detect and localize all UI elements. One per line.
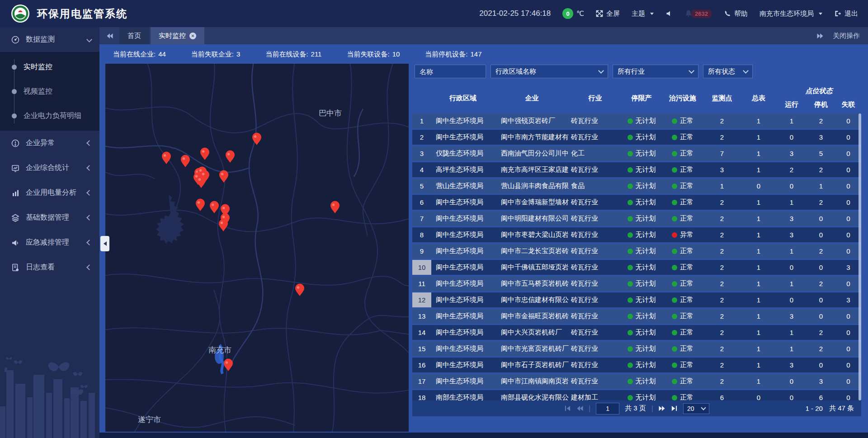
table-row[interactable]: 11 阆中生态环境局 阆中市五马桥页岩机砖 砖瓦行业 无计划 正常 2 1 1: [412, 276, 861, 291]
industry-filter-select[interactable]: 所有行业: [613, 65, 698, 78]
sidebar-item[interactable]: 企业用电量分析: [0, 180, 99, 205]
status-filter-select[interactable]: 所有状态: [703, 65, 753, 78]
row-index: 2: [412, 130, 431, 145]
status-dot: [672, 346, 677, 352]
temperature-unit: ℃: [576, 9, 584, 18]
cell-industry: 砖瓦行业: [569, 133, 621, 141]
sidebar-subitem[interactable]: 视频监控: [0, 79, 99, 104]
tab[interactable]: 首页 ×: [119, 27, 149, 44]
status-dot: [672, 167, 677, 173]
first-page-button[interactable]: [564, 405, 571, 412]
gauge-icon: [11, 35, 20, 44]
table-row[interactable]: 12 阆中生态环境局 阆中市忠信建材有限公 砖瓦行业 无计划 正常 2 1 0: [412, 292, 861, 307]
cell-production-status: 无计划: [621, 133, 662, 141]
tab[interactable]: 实时监控 ×: [151, 27, 204, 44]
status-dot: [672, 314, 677, 319]
cell-company: 阆中市石子页岩机砖厂: [495, 361, 569, 369]
cell-total-meters: 1: [741, 166, 777, 174]
table-header: 行政区域 企业 行业 停限产 治污设施 监测点 总表 运行 停机 失联 点位状态: [412, 83, 861, 113]
cell-running: 0: [777, 264, 807, 271]
table-row[interactable]: 8 阆中生态环境局 阆中市枣碧大梁山页岩 砖瓦行业 无计划 异常 2 1 3: [412, 227, 861, 242]
table-row[interactable]: 3 仪陇生态环境局 西南油气田分公司川中 化工 无计划 正常 7 1 3: [412, 146, 861, 161]
scroll-tabs-left-button[interactable]: [99, 27, 119, 44]
table-row[interactable]: 15 阆中生态环境局 阆中市光富页岩机砖厂 砖瓦行业 无计划 正常 2 1 1: [412, 341, 861, 356]
next-page-button[interactable]: [659, 405, 665, 412]
sidebar-item-data-monitoring[interactable]: 数据监测: [0, 27, 99, 52]
cell-stopped: 0: [807, 312, 835, 320]
cell-industry: 砖瓦行业: [569, 214, 621, 223]
table-row[interactable]: 14 阆中生态环境局 阆中大兴页岩机砖厂 砖瓦行业 无计划 正常 2 1 1: [412, 325, 861, 340]
cell-industry: 砖瓦行业: [569, 361, 621, 369]
sidebar-collapse-button[interactable]: [100, 236, 109, 251]
status-dot: [672, 151, 677, 156]
status-dot: [672, 118, 677, 124]
status-dot-green: [627, 184, 633, 189]
cell-region: 阆中生态环境局: [431, 377, 495, 386]
sidebar-item[interactable]: 企业综合统计: [0, 155, 99, 180]
table-row[interactable]: 6 阆中生态环境局 阆中市金博瑞新型墙材 砖瓦行业 无计划 正常 2 1 1: [412, 195, 861, 210]
cell-total-meters: 1: [741, 247, 777, 255]
name-filter-input[interactable]: [415, 65, 486, 78]
temperature-badge: 0: [562, 8, 573, 19]
status-dot-green: [627, 265, 633, 270]
table-row[interactable]: 18 南部生态环境局 南部县砚化水泥有限公 建材加工 无计划 正常 6 0 0: [412, 390, 861, 400]
table-row[interactable]: 7 阆中生态环境局 阆中明阳建材有限公司 砖瓦行业 无计划 正常 2 1 3: [412, 211, 861, 226]
cell-monitor-points: 2: [703, 231, 741, 239]
cell-production-status: 无计划: [621, 393, 662, 400]
cell-industry: 砖瓦行业: [569, 165, 621, 174]
sidebar-item[interactable]: 企业异常: [0, 131, 99, 155]
table-row[interactable]: 17 阆中生态环境局 阆中市江南镇阆南页岩 砖瓦行业 无计划 正常 2 1 0: [412, 374, 861, 389]
sidebar-item[interactable]: 应急减排管理: [0, 230, 99, 255]
table-scrollbar[interactable]: [859, 113, 861, 400]
cell-total-meters: 1: [741, 296, 777, 304]
table-row[interactable]: 9 阆中生态环境局 阆中市二龙长宝页岩砖 砖瓦行业 无计划 正常 2 1 1: [412, 244, 861, 259]
notifications-button[interactable]: 2632: [684, 9, 712, 18]
cell-region: 阆中生态环境局: [431, 263, 495, 272]
app-logo: [11, 4, 30, 23]
table-row[interactable]: 2 阆中生态环境局 阆中市南方节能建材有 砖瓦行业 无计划 正常 2 1 0: [412, 130, 861, 145]
theme-menu-button[interactable]: 主题: [632, 9, 654, 18]
status-dot: [672, 281, 677, 287]
table-row[interactable]: 13 阆中生态环境局 阆中市金福旺页岩机砖 砖瓦行业 无计划 正常 2 1 3: [412, 309, 861, 324]
cell-facility-status: 正常: [662, 247, 703, 255]
col-group-point-status: 点位状态: [777, 87, 861, 95]
tab-close-icon[interactable]: ×: [189, 33, 196, 39]
table-row[interactable]: 4 高坪生态环境局 南充市高坪区王家店建 砖瓦行业 无计划 正常 3 1 2: [412, 162, 861, 177]
page-size-select[interactable]: 20: [683, 403, 709, 414]
previous-page-button[interactable]: [576, 405, 583, 412]
status-dot: [672, 135, 677, 140]
sidebar-item[interactable]: 基础数据管理: [0, 205, 99, 230]
status-dot: [672, 297, 677, 303]
chevron-left-icon: [86, 264, 92, 270]
cell-total-meters: 1: [741, 264, 777, 271]
scroll-tabs-right-button[interactable]: [817, 33, 824, 39]
map-panel[interactable]: 巴中市南充市遂宁市: [105, 64, 409, 432]
help-button[interactable]: 帮助: [724, 9, 748, 18]
region-filter-select[interactable]: 行政区域名称: [491, 65, 608, 78]
org-menu-button[interactable]: 南充市生态环境局: [760, 9, 822, 18]
cell-company: 阆中市忠信建材有限公: [495, 296, 569, 304]
sidebar-subitem[interactable]: 企业电力负荷明细: [0, 104, 99, 128]
page-number-input[interactable]: [596, 403, 619, 414]
cell-industry: 砖瓦行业: [569, 231, 621, 239]
sidebar-subitem[interactable]: 实时监控: [0, 55, 99, 79]
table-row[interactable]: 10 阆中生态环境局 阆中千佛镇五郎垭页岩 砖瓦行业 无计划 正常 2 1 0: [412, 260, 861, 275]
cell-production-status: 无计划: [621, 344, 662, 353]
cell-facility-status: 正常: [662, 149, 703, 158]
fullscreen-button[interactable]: 全屏: [596, 9, 620, 18]
table-row[interactable]: 1 阆中生态环境局 阆中强锐页岩砖厂 砖瓦行业 无计划 正常 2 1 1: [412, 113, 861, 128]
last-page-button[interactable]: [671, 405, 678, 412]
cell-lost: 0: [835, 198, 861, 206]
double-chevron-right-icon: [817, 33, 824, 39]
table-row[interactable]: 16 阆中生态环境局 阆中市石子页岩机砖厂 砖瓦行业 无计划 正常 2 1 3: [412, 358, 861, 372]
table-row[interactable]: 5 营山生态环境局 营山县润丰肉食品有限 食品 无计划 正常 1 0 0: [412, 179, 861, 193]
cell-company: 阆中市南方节能建材有: [495, 133, 569, 141]
close-operations-button[interactable]: 关闭操作: [833, 32, 860, 40]
logout-button[interactable]: 退出: [834, 9, 858, 18]
row-index: 9: [412, 244, 431, 259]
mute-button[interactable]: [665, 10, 673, 17]
col-header-stopped: 停机: [807, 100, 835, 113]
cell-facility-status: 正常: [662, 393, 703, 400]
sidebar-item[interactable]: 日志查看: [0, 255, 99, 280]
cell-facility-status: 正常: [662, 263, 703, 272]
